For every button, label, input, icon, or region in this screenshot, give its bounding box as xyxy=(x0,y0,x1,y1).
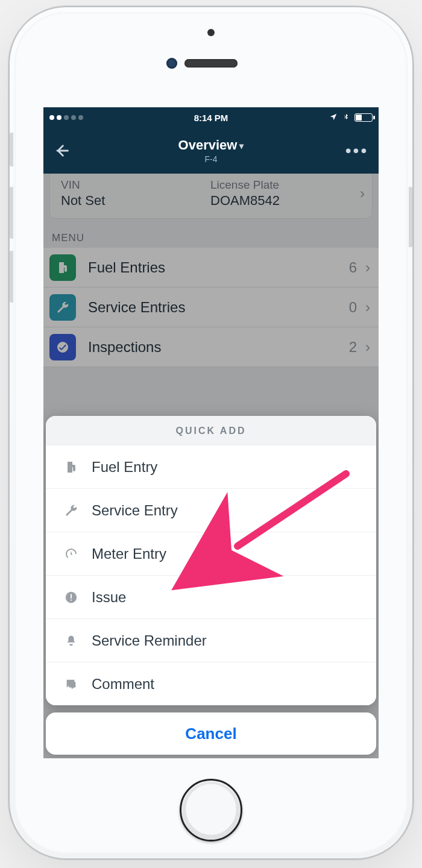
cancel-button[interactable]: Cancel xyxy=(46,712,376,755)
quickadd-service-reminder[interactable]: Service Reminder xyxy=(46,618,376,662)
signal-dots-icon xyxy=(49,115,83,120)
battery-icon xyxy=(354,113,373,122)
quickadd-meter-entry[interactable]: Meter Entry xyxy=(46,532,376,575)
action-sheet-title: QUICK ADD xyxy=(46,416,376,445)
bluetooth-icon xyxy=(342,112,350,124)
power-button xyxy=(409,187,412,247)
back-button[interactable] xyxy=(43,142,80,159)
chevron-down-icon: ▾ xyxy=(237,141,244,151)
gauge-icon xyxy=(59,547,83,561)
more-button[interactable]: ••• xyxy=(340,128,374,174)
volume-down xyxy=(10,251,13,303)
location-icon xyxy=(329,113,338,123)
front-camera xyxy=(166,58,177,69)
quickadd-service-entry[interactable]: Service Entry xyxy=(46,488,376,532)
quickadd-comment[interactable]: Comment xyxy=(46,662,376,705)
cancel-label: Cancel xyxy=(185,725,236,743)
volume-up xyxy=(10,187,13,239)
quickadd-issue[interactable]: Issue xyxy=(46,575,376,618)
earpiece xyxy=(184,59,238,68)
screen: 8:14 PM Overview▾ F-4 •• xyxy=(43,107,379,758)
quickadd-label: Service Reminder xyxy=(92,632,207,649)
status-time: 8:14 PM xyxy=(43,113,379,123)
fuel-pump-icon xyxy=(59,460,83,474)
comment-icon xyxy=(59,678,83,691)
quickadd-label: Fuel Entry xyxy=(92,459,157,476)
svg-rect-2 xyxy=(71,594,72,598)
quickadd-fuel-entry[interactable]: Fuel Entry xyxy=(46,445,376,488)
page-title-label: Overview xyxy=(178,137,238,153)
status-bar: 8:14 PM xyxy=(43,107,379,128)
quickadd-label: Meter Entry xyxy=(92,546,166,562)
home-button[interactable] xyxy=(180,779,242,841)
alert-circle-icon xyxy=(59,591,83,604)
quickadd-label: Service Entry xyxy=(92,502,178,519)
top-sensor xyxy=(207,29,215,36)
arrow-left-icon xyxy=(53,142,70,159)
page-title[interactable]: Overview▾ xyxy=(43,137,379,153)
mute-switch xyxy=(10,133,13,166)
svg-rect-3 xyxy=(71,599,72,600)
page-subtitle: F-4 xyxy=(43,154,379,164)
action-sheet: QUICK ADD Fuel Entry Service Entry xyxy=(43,416,379,758)
quickadd-label: Comment xyxy=(92,676,154,693)
quickadd-label: Issue xyxy=(92,589,126,606)
wrench-icon xyxy=(59,503,83,518)
bell-icon xyxy=(59,634,83,647)
phone-frame: 8:14 PM Overview▾ F-4 •• xyxy=(8,6,414,860)
nav-bar: Overview▾ F-4 ••• xyxy=(43,128,379,174)
